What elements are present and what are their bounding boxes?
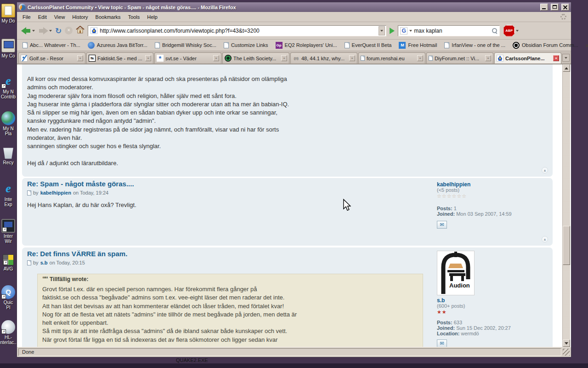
navigation-toolbar: ↻ × http://www.carlssonplanet.com/forum/… [17, 22, 571, 40]
bookmark-azureus[interactable]: Azureus Java BitTorr... [88, 42, 147, 49]
google-icon: G [400, 27, 407, 34]
maximize-button[interactable] [551, 4, 559, 11]
tab-svt[interactable]: *svt.se - Väder× [154, 52, 221, 63]
status-text: Done [18, 348, 561, 356]
adblock-button[interactable]: ABP [503, 25, 519, 37]
tab-close-icon[interactable]: × [145, 55, 151, 61]
tab-close-icon[interactable]: × [417, 55, 423, 61]
azureus-icon [88, 42, 95, 49]
profile-post-count-note: (<5 posts) [437, 187, 459, 193]
post-title[interactable]: Re: Spam - något måste göras.... [27, 180, 134, 188]
minimize-button[interactable] [540, 4, 548, 11]
url-text[interactable]: http://www.carlssonplanet.com/forum/view… [100, 28, 376, 34]
url-dropdown-button[interactable] [379, 26, 385, 35]
post-meta: by kabelhippien on Today, 19:24 [27, 190, 108, 196]
tab-diyforum[interactable]: DiyForum.net :: Vi...× [426, 52, 493, 63]
leith-icon [225, 55, 232, 62]
tab-carlssonplanet-active[interactable]: CarlssonPlane...× [494, 52, 561, 63]
post-author-link[interactable]: kabelhippien [40, 190, 71, 196]
profile-post-count-note: (600+ posts) [437, 303, 465, 309]
bookmark-eq2-roleplayers[interactable]: GpEQ2 Roleplayers' Uni... [276, 42, 337, 49]
resize-grip[interactable] [563, 349, 570, 356]
adblock-caret-icon[interactable] [516, 30, 519, 32]
menu-edit[interactable]: Edit [34, 13, 51, 21]
search-input[interactable]: max kaplan [414, 28, 490, 34]
tab-close-icon[interactable]: × [485, 55, 491, 61]
tab-khz[interactable]: ((o))48, 44.1 khz, why...× [290, 52, 357, 63]
tab-faktiskt[interactable]: faFaktiskt.Se - med ...× [86, 52, 153, 63]
reload-button[interactable]: ↻ [55, 27, 62, 35]
back-history-caret-icon[interactable] [32, 30, 35, 32]
bookmark-irfanview[interactable]: IrfanView - one of the ... [444, 42, 505, 48]
throbber-icon [560, 14, 566, 20]
bookmark-obsidian[interactable]: Obsidian Forum Comm... [513, 42, 578, 49]
location-label: Location: [437, 331, 460, 336]
page-icon [224, 42, 229, 48]
post-body: Hej Hans Kaplan, är du här oxå? Trevligt… [27, 201, 136, 209]
internet-explorer-icon [1, 75, 15, 88]
menu-bookmarks[interactable]: Bookmarks [92, 13, 124, 21]
joined-label: Joined: [437, 211, 455, 217]
post-icon [27, 190, 31, 196]
post-body: All korr osv med dessa komvuxaspiranter … [27, 75, 289, 167]
bookmark-everquest[interactable]: EverQuest II Beta [345, 42, 392, 48]
post-author-link[interactable]: s.b [40, 260, 48, 265]
tab-close-icon[interactable]: × [349, 55, 355, 61]
titlebar[interactable]: CarlssonPlanet Community • View topic - … [17, 2, 571, 12]
recycle-bin-icon [1, 145, 15, 159]
tab-close-icon[interactable]: × [553, 55, 559, 61]
post-title[interactable]: Re: Det finns VÄRRE än spam. [27, 250, 127, 258]
post-meta: by s.b on Today, 20:15 [27, 260, 85, 265]
tab-golf[interactable]: Golf.se - Resor× [18, 52, 85, 63]
scroll-up-button[interactable] [563, 64, 570, 72]
menu-tools[interactable]: Tools [124, 13, 144, 21]
profile-username-link[interactable]: kabelhippien [437, 181, 470, 188]
back-to-top-button[interactable]: ▲ [542, 236, 548, 242]
email-button[interactable]: ✉ [437, 339, 447, 347]
home-button[interactable] [76, 26, 85, 35]
bookmark-customize-links[interactable]: Customize Links [224, 42, 268, 48]
rank-stars: ☆☆☆☆☆☆ [437, 193, 467, 199]
email-button[interactable]: ✉ [437, 221, 447, 229]
page-icon [444, 42, 449, 48]
tab-leith[interactable]: The Leith Society...× [222, 52, 289, 63]
scroll-down-button[interactable] [563, 339, 570, 347]
joined-value: Mon 03 Sep 2007, 14:59 [456, 211, 511, 217]
back-to-top-button[interactable]: ▲ [542, 167, 548, 173]
window-title: CarlssonPlanet Community • View topic - … [28, 5, 537, 10]
bookmark-bridgemill[interactable]: Bridgemill Whisky Soc... [155, 42, 216, 48]
tab-bar: Golf.se - Resor× faFaktiskt.Se - med ...… [17, 51, 571, 64]
search-bar[interactable]: G max kaplan [398, 25, 500, 36]
forward-history-caret-icon[interactable] [49, 30, 52, 32]
bookmark-hotmail[interactable]: MFree Hotmail [399, 42, 437, 49]
tab-close-icon[interactable]: × [213, 55, 219, 61]
page-icon [23, 42, 28, 48]
menu-history[interactable]: History [68, 13, 91, 21]
forward-button[interactable] [38, 27, 52, 34]
joined-value: Sun 15 Dec 2002, 20:27 [456, 325, 511, 331]
tab-renshai[interactable]: forum.renshai.eu× [358, 52, 425, 63]
location-value: wermdö [461, 331, 479, 336]
page-icon [429, 56, 433, 61]
close-button[interactable] [561, 4, 569, 11]
desktop-edge-bar [0, 363, 588, 368]
profile-username-link[interactable]: s.b [437, 297, 445, 304]
tab-list-dropdown-button[interactable] [562, 54, 570, 62]
tab-close-icon[interactable]: × [77, 55, 83, 61]
desktop-file-label[interactable]: QUAKE2.EXE [176, 357, 208, 363]
avatar: Audion [437, 251, 475, 295]
scrollbar-thumb[interactable] [563, 226, 570, 265]
menu-help[interactable]: Help [143, 13, 161, 21]
go-button[interactable] [390, 28, 395, 34]
tab-close-icon[interactable]: × [281, 55, 287, 61]
url-bar[interactable]: http://www.carlssonplanet.com/forum/view… [88, 25, 386, 36]
vertical-scrollbar[interactable] [562, 64, 570, 347]
magnifier-icon[interactable] [492, 28, 498, 34]
search-engine-caret-icon[interactable] [409, 30, 412, 32]
stop-button[interactable]: × [65, 27, 73, 34]
menu-file[interactable]: File [19, 13, 34, 21]
menu-view[interactable]: View [51, 13, 69, 21]
bookmark-abc[interactable]: Abc... Whatever - Th... [23, 42, 80, 48]
back-button[interactable] [21, 27, 35, 34]
bookmarks-overflow-chevron[interactable]: » [586, 42, 588, 49]
